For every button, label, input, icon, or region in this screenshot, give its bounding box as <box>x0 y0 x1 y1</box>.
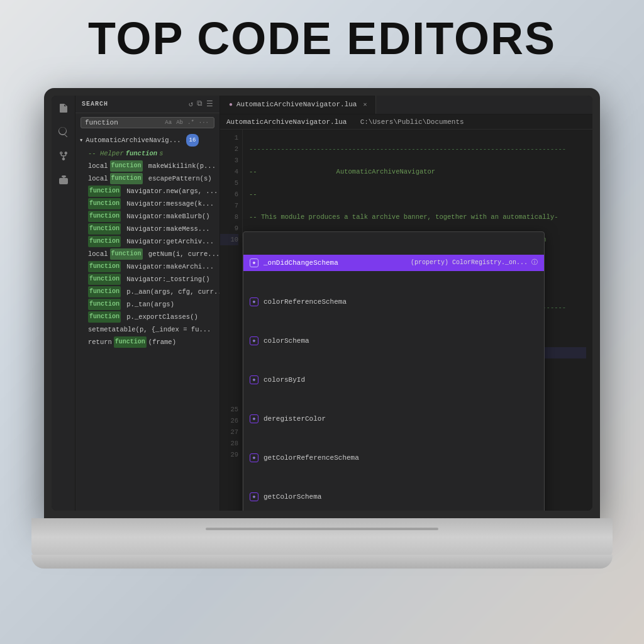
autocomplete-label: getColorSchema <box>264 491 538 503</box>
search-input-row: Aa Ab .* ··· <box>80 117 214 128</box>
file-tree: ▾ AutomaticArchiveNavig... 16 -- Helper … <box>75 132 219 511</box>
sidebar-title: SEARCH <box>82 101 108 108</box>
autocomplete-item[interactable]: ◈ colorsById <box>243 372 544 388</box>
list-item[interactable]: setmetatable(p, {_index = fu... <box>75 323 219 336</box>
files-icon[interactable] <box>56 101 71 116</box>
search-options: Aa Ab .* ··· <box>164 119 210 126</box>
sidebar-header: SEARCH ↺ ⧉ ☰ <box>75 96 219 113</box>
autocomplete-icon: ◈ <box>250 375 258 384</box>
sidebar-header-icons: ↺ ⧉ ☰ <box>189 99 213 109</box>
more-icon[interactable]: ☰ <box>206 99 213 109</box>
autocomplete-label: colorsById <box>264 374 538 386</box>
source-control-icon[interactable] <box>56 148 71 164</box>
tree-badge: 16 <box>186 134 199 147</box>
autocomplete-item[interactable]: ◈ _onDidChangeSchema (property) ColorReg… <box>243 255 544 271</box>
tree-chevron-icon: ▾ <box>79 134 83 147</box>
list-item[interactable]: function Navigator:makeArchi... <box>75 260 219 273</box>
autocomplete-icon: ◈ <box>250 336 258 345</box>
list-item[interactable]: function Navigator:getArchiv... <box>75 235 219 248</box>
activity-bar <box>52 96 75 511</box>
autocomplete-icon: ◈ <box>250 453 258 462</box>
list-item[interactable]: local function getNum(i, curre... <box>75 248 219 260</box>
search-box-container: Aa Ab .* ··· <box>75 113 219 132</box>
ide-container: SEARCH ↺ ⧉ ☰ Aa Ab <box>52 96 592 511</box>
list-item[interactable]: local function makeWikilink(p... <box>75 160 219 172</box>
list-item[interactable]: -- Helper functions <box>75 147 219 160</box>
case-sensitive-btn[interactable]: Aa <box>164 119 173 126</box>
list-item[interactable]: function p._tan(args) <box>75 298 219 311</box>
refresh-icon[interactable]: ↺ <box>189 99 193 109</box>
search-icon[interactable] <box>56 125 71 140</box>
tree-root-label: AutomaticArchiveNavig... <box>86 134 180 147</box>
autocomplete-icon: ◈ <box>250 258 258 267</box>
breadcrumb-path: C:\Users\Public\Documents <box>360 118 464 126</box>
breadcrumb-file: AutomaticArchiveNavigator.lua <box>226 118 347 126</box>
autocomplete-icon: ◈ <box>250 414 258 423</box>
autocomplete-item[interactable]: ◈ deregisterColor <box>243 411 544 427</box>
laptop-foot <box>31 555 613 569</box>
tab-file-icon: ● <box>229 101 233 108</box>
list-item[interactable]: local function escapePattern(s) <box>75 172 219 185</box>
list-item[interactable]: return function(frame) <box>75 336 219 348</box>
autocomplete-label: colorSchema <box>264 335 538 347</box>
autocomplete-item[interactable]: ◈ getColorReferenceSchema <box>243 450 544 466</box>
list-item[interactable]: function Navigator:message(k... <box>75 197 219 210</box>
extensions-icon[interactable] <box>56 172 71 187</box>
editor-tab-bar: ● AutomaticArchiveNavigator.lua ✕ <box>220 96 592 114</box>
autocomplete-type: (property) ColorRegistry._on... ⓘ <box>411 257 538 269</box>
list-item[interactable]: function p._aan(args, cfg, curr... <box>75 286 219 298</box>
autocomplete-label: getColorReferenceSchema <box>264 452 538 464</box>
more-options-btn[interactable]: ··· <box>197 119 210 126</box>
collapse-icon[interactable]: ⧉ <box>197 99 203 109</box>
laptop-container: SEARCH ↺ ⧉ ☰ Aa Ab <box>31 88 613 594</box>
laptop-base <box>31 518 613 556</box>
breadcrumb-bar: AutomaticArchiveNavigator.lua C:\Users\P… <box>220 114 592 130</box>
list-item[interactable]: function p._exportClasses() <box>75 311 219 323</box>
page-title-container: TOP CODE EDITORS <box>0 13 644 64</box>
list-item[interactable]: function Navigator:makeMess... <box>75 223 219 235</box>
tab-filename: AutomaticArchiveNavigator.lua <box>236 101 357 108</box>
sidebar: SEARCH ↺ ⧉ ☰ Aa Ab <box>75 96 220 511</box>
autocomplete-item[interactable]: ◈ colorSchema <box>243 333 544 349</box>
autocomplete-dropdown: ◈ _onDidChangeSchema (property) ColorReg… <box>243 231 545 511</box>
autocomplete-item[interactable]: ◈ colorReferenceSchema <box>243 294 544 310</box>
list-item[interactable]: function Navigator:_tostring() <box>75 273 219 286</box>
whole-word-btn[interactable]: Ab <box>175 119 184 126</box>
line-numbers: 12345 6789 10 2526272829 <box>220 130 243 511</box>
code-area: 12345 6789 10 2526272829 ---------------… <box>220 130 592 511</box>
autocomplete-label: _onDidChangeSchema <box>264 257 406 269</box>
editor-area: ● AutomaticArchiveNavigator.lua ✕ Automa… <box>220 96 592 511</box>
laptop-screen: SEARCH ↺ ⧉ ☰ Aa Ab <box>44 88 600 518</box>
autocomplete-item[interactable]: ◈ getColorSchema <box>243 489 544 505</box>
breadcrumb-separator <box>349 118 357 126</box>
search-input[interactable] <box>85 119 148 126</box>
code-content: ----------------------------------------… <box>243 130 592 511</box>
laptop-screen-inner: SEARCH ↺ ⧉ ☰ Aa Ab <box>52 96 592 511</box>
regex-btn[interactable]: .* <box>186 119 196 126</box>
list-item[interactable]: function Navigator.new(args, ... <box>75 185 219 197</box>
autocomplete-icon: ◈ <box>250 492 258 501</box>
editor-tab-active[interactable]: ● AutomaticArchiveNavigator.lua ✕ <box>220 96 376 114</box>
autocomplete-icon: ◈ <box>250 297 258 306</box>
tree-root[interactable]: ▾ AutomaticArchiveNavig... 16 <box>75 132 219 147</box>
autocomplete-label: deregisterColor <box>264 413 538 425</box>
autocomplete-label: colorReferenceSchema <box>264 296 538 308</box>
page-title: TOP CODE EDITORS <box>0 13 644 64</box>
tab-close-icon[interactable]: ✕ <box>363 101 367 108</box>
list-item[interactable]: function Navigator:makeBlurb() <box>75 210 219 223</box>
